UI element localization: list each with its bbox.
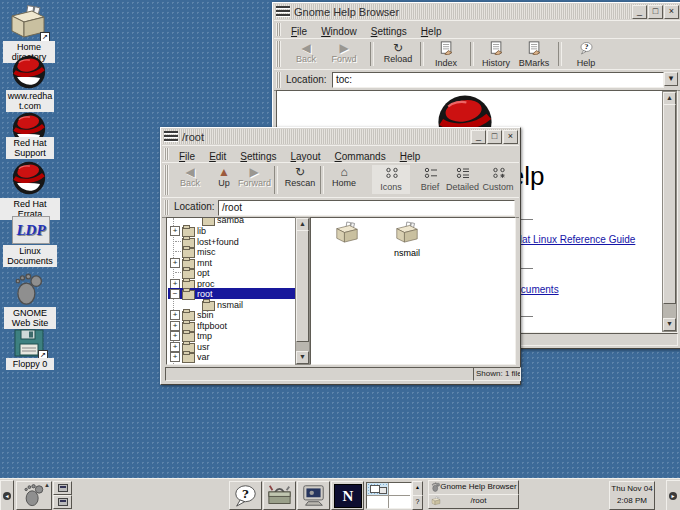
locationbar-grip[interactable] [276,72,281,88]
tree-item-tftpboot[interactable]: +tftpboot [168,320,295,331]
tree-item-lost+found[interactable]: lost+found [168,236,295,247]
panel-hide-left-button[interactable]: ◂ [0,480,14,510]
tree-expander-icon[interactable]: + [170,342,180,352]
gmc-toolbar-home-button[interactable]: ⌂Home [328,165,360,191]
menubar-grip[interactable] [276,23,281,36]
tree-item-opt[interactable]: opt [168,267,295,278]
tree-item-lib[interactable]: +lib [168,225,295,236]
tree-item-nsmail[interactable]: nsmail [168,299,295,310]
gmc-toolbar-up-button[interactable]: ▲Up [208,165,240,191]
maximize-button[interactable]: □ [487,130,502,144]
help-toolbar-forwd-button[interactable]: ▶Forwd [326,41,362,67]
location-input[interactable]: /root [218,200,515,216]
tree-item-misc[interactable]: misc [168,246,295,257]
toolbar-grip[interactable] [164,165,169,195]
tree-item-tmp[interactable]: +tmp [168,330,295,341]
help-menu-window[interactable]: Window [314,24,364,39]
window-menu-icon[interactable] [164,130,178,143]
gmc-toolbar-forward-button[interactable]: ▶Forward [238,165,270,191]
desktop-icon-label: www.redhat.com [6,90,54,112]
active-desktop-quadrant[interactable] [367,483,389,496]
help-toolbar-help-button[interactable]: ?Help [568,41,604,67]
scroll-down-icon[interactable]: ▼ [296,351,309,364]
tree-expander-icon[interactable]: + [170,258,180,268]
main-menu-button[interactable]: ▲ [16,481,52,510]
terminal-icon [300,484,327,507]
launcher-gnome-terminal[interactable] [297,481,330,510]
tree-item-sbin[interactable]: +sbin [168,309,295,320]
minimize-button[interactable]: _ [632,5,647,19]
desktop-quadrant[interactable] [389,483,410,496]
desktop-icon-home-directory[interactable]: ↗ [8,4,48,40]
tree-item-usr[interactable]: +usr [168,341,295,352]
close-button[interactable]: × [503,130,518,144]
maximize-button[interactable]: □ [648,5,663,19]
menubar-grip[interactable] [164,148,169,160]
tree-item-mnt[interactable]: +mnt [168,257,295,268]
tree-expander-icon[interactable]: + [170,331,180,341]
desk-guide-applet[interactable] [366,482,412,509]
gmc-toolbar-detailed-button[interactable]: Detailed [446,165,478,191]
mini-applet-button-1[interactable] [53,495,72,509]
help-scrollbar[interactable]: ▲ ▼ [662,91,677,332]
launcher-netscape[interactable]: N [331,481,364,510]
help-menu-settings[interactable]: Settings [364,24,414,39]
tree-expander-icon[interactable]: + [170,310,180,320]
scrollbar-thumb[interactable] [296,230,309,342]
gmc-titlebar[interactable]: /root _□× [162,129,519,144]
scroll-down-icon[interactable]: ▼ [663,318,676,331]
doc-icon [489,41,504,55]
desktop-icon-gnome-web-site[interactable] [12,272,46,306]
help-toolbar-back-button[interactable]: ◀Back [288,41,324,67]
file-icon-folder[interactable] [333,221,361,244]
tree-expander-icon[interactable]: + [170,352,180,362]
minimize-button[interactable]: _ [471,130,486,144]
locationbar-grip[interactable] [164,200,169,215]
tree-expander-icon[interactable]: + [170,279,180,289]
mini-applet-button-0[interactable] [53,481,72,495]
task-button-root[interactable]: /root [428,494,519,509]
gmc-toolbar-custom-button[interactable]: Custom [482,165,514,191]
pager-task-button[interactable]: ? [412,495,423,510]
tree-item-samba[interactable]: samba [168,217,295,225]
tree-stub [175,251,181,252]
close-button[interactable]: × [664,5,679,19]
pager-arrow-button[interactable]: ▲ [412,481,423,496]
gmc-toolbar-brief-button[interactable]: Brief [414,165,446,191]
desktop-icon-linux-documents[interactable]: LDP [12,216,48,242]
help-toolbar-bmarks-button[interactable]: BMarks [516,41,552,67]
tree-scrollbar[interactable]: ▲ ▼ [295,217,310,365]
help-titlebar[interactable]: Gnome Help Browser _□× [274,4,680,19]
launcher-gnome-configuration[interactable] [263,481,296,510]
desktop-quadrant[interactable] [367,496,389,508]
location-input[interactable]: toc: [332,72,664,88]
file-icon-nsmail[interactable] [393,221,421,244]
desktop-icon-floppy-0[interactable]: ↗ [12,328,46,358]
help-toolbar-history-button[interactable]: History [478,41,514,67]
help-menu-help[interactable]: Help [414,24,449,39]
launcher-gnome-help[interactable]: ? [229,481,262,510]
window-menu-icon[interactable] [276,5,290,18]
help-toolbar-index-button[interactable]: Index [428,41,464,67]
tree-item-root[interactable]: −root [168,288,295,299]
desktop-icon-red-hat-errata[interactable] [10,161,48,195]
toolbar-grip[interactable] [276,41,281,67]
task-button-help-browser[interactable]: Gnome Help Browser [428,480,519,495]
gmc-toolbar-back-button[interactable]: ◀Back [174,165,206,191]
help-menu-file[interactable]: File [284,24,314,39]
hide-arrow-icon: ◂ [3,492,11,500]
panel-hide-right-button[interactable]: ▸ [666,480,680,510]
tree-expander-icon[interactable]: + [170,226,180,236]
toolbar-separator [558,42,562,66]
tree-expander-icon[interactable]: + [170,321,180,331]
desktop-icon-www-redhat-com[interactable] [10,55,48,89]
tree-expander-icon[interactable]: − [170,289,180,299]
gmc-toolbar-icons-button[interactable]: Icons [372,165,410,194]
location-dropdown-button[interactable]: ▾ [664,72,678,86]
tree-item-proc[interactable]: +proc [168,278,295,289]
tree-item-var[interactable]: +var [168,351,295,362]
scrollbar-thumb[interactable] [663,104,676,304]
gmc-toolbar-rescan-button[interactable]: ↻Rescan [284,165,316,191]
help-toolbar-reload-button[interactable]: ↻Reload [380,41,416,67]
toolbox-icon [266,484,293,507]
